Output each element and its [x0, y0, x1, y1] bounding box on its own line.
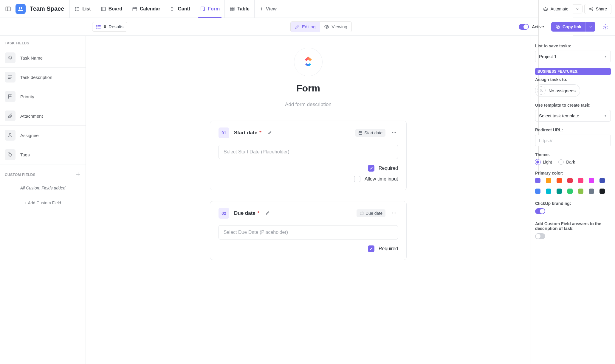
- svg-point-30: [392, 212, 393, 213]
- svg-point-23: [9, 133, 11, 135]
- paperclip-icon: [7, 113, 13, 119]
- list-save-select[interactable]: Project 1 ▼: [535, 51, 611, 62]
- description-icon: [7, 74, 13, 80]
- robot-icon: [543, 6, 548, 12]
- start-date-input[interactable]: [219, 145, 398, 159]
- required-checkbox[interactable]: [368, 245, 374, 252]
- field-title[interactable]: Due date *: [234, 210, 259, 216]
- template-value: Select task template: [539, 113, 579, 118]
- field-item-priority[interactable]: Priority: [0, 87, 86, 106]
- field-label: Assignee: [20, 133, 39, 138]
- required-checkbox[interactable]: [368, 165, 374, 172]
- view-tab-gantt[interactable]: Gantt: [165, 0, 195, 18]
- svg-point-28: [395, 132, 396, 133]
- theme-dark-option[interactable]: Dark: [558, 159, 575, 165]
- check-icon: [369, 166, 373, 170]
- color-swatch[interactable]: [599, 189, 605, 194]
- template-label: Use template to create task:: [535, 103, 611, 108]
- color-swatch[interactable]: [546, 178, 551, 183]
- color-swatch[interactable]: [578, 189, 583, 194]
- view-tab-label: Table: [237, 6, 250, 12]
- form-description-placeholder[interactable]: Add form description: [210, 102, 407, 108]
- form-settings-button[interactable]: [601, 22, 610, 32]
- view-tab-calendar[interactable]: Calendar: [127, 0, 165, 18]
- redirect-url-input[interactable]: [535, 135, 611, 146]
- eye-icon: [324, 24, 329, 29]
- copy-link-label: Copy link: [563, 24, 581, 29]
- svg-point-17: [97, 27, 97, 27]
- share-button[interactable]: Share: [584, 4, 611, 14]
- field-item-task-name[interactable]: Task Name: [0, 48, 86, 68]
- view-tab-label: Gantt: [178, 6, 190, 12]
- plus-icon: [259, 7, 264, 11]
- field-label: Attachment: [20, 113, 43, 119]
- color-swatch[interactable]: [589, 178, 594, 183]
- due-date-input[interactable]: [219, 225, 398, 239]
- field-title[interactable]: Start date *: [234, 130, 261, 136]
- edit-field-title-button[interactable]: [265, 211, 270, 216]
- edit-field-title-button[interactable]: [267, 130, 272, 136]
- form-field-card: 02 Due date * Due date: [210, 201, 407, 260]
- form-logo[interactable]: [294, 48, 323, 76]
- add-custom-field-plus[interactable]: [75, 172, 81, 178]
- list-icon: [96, 24, 101, 29]
- color-swatch[interactable]: [557, 189, 562, 194]
- field-menu-button[interactable]: [390, 129, 398, 137]
- add-custom-field-button[interactable]: + Add Custom Field: [0, 195, 86, 211]
- active-toggle[interactable]: [519, 24, 529, 30]
- copy-icon: [555, 24, 560, 29]
- add-view-button[interactable]: View: [254, 0, 281, 18]
- template-select[interactable]: Select task template ▼: [535, 110, 611, 122]
- people-icon: [18, 6, 24, 12]
- theme-label: Theme:: [535, 152, 611, 157]
- view-tab-label: List: [82, 6, 91, 12]
- board-icon: [101, 6, 106, 12]
- color-swatch[interactable]: [567, 189, 573, 194]
- results-chip[interactable]: 0 Results: [92, 22, 127, 32]
- list-save-value: Project 1: [539, 54, 557, 59]
- view-tab-list[interactable]: List: [69, 0, 95, 18]
- copy-link-dropdown[interactable]: [585, 22, 595, 32]
- field-item-assignee[interactable]: Assignee: [0, 126, 86, 145]
- editing-toggle[interactable]: Editing: [291, 22, 320, 32]
- gear-icon: [602, 24, 608, 30]
- svg-rect-10: [544, 8, 547, 10]
- color-swatch[interactable]: [567, 178, 573, 183]
- cfdesc-toggle[interactable]: [535, 233, 545, 239]
- svg-point-22: [605, 26, 606, 27]
- assign-tasks-select[interactable]: No assignees: [535, 84, 580, 97]
- form-title[interactable]: Form: [210, 83, 407, 94]
- branding-toggle[interactable]: [535, 208, 545, 214]
- color-swatch[interactable]: [589, 189, 594, 194]
- automate-dropdown-button[interactable]: [573, 4, 583, 13]
- automate-label: Automate: [551, 7, 568, 11]
- tag-icon: [7, 152, 13, 157]
- editing-label: Editing: [302, 24, 316, 29]
- theme-light-option[interactable]: Light: [535, 159, 552, 165]
- view-tab-form[interactable]: Form: [195, 0, 224, 18]
- svg-point-32: [395, 212, 396, 213]
- color-swatch[interactable]: [578, 178, 583, 183]
- field-item-attachment[interactable]: Attachment: [0, 106, 86, 126]
- field-item-tags[interactable]: Tags: [0, 145, 86, 164]
- custom-fields-header: CUSTOM FIELDS: [5, 173, 35, 177]
- view-tab-table[interactable]: Table: [224, 0, 254, 18]
- view-tab-board[interactable]: Board: [96, 0, 127, 18]
- color-swatch[interactable]: [535, 189, 540, 194]
- field-menu-button[interactable]: [390, 209, 398, 218]
- allow-time-checkbox[interactable]: [354, 176, 360, 182]
- color-swatch[interactable]: [599, 178, 605, 183]
- viewing-toggle[interactable]: Viewing: [320, 22, 351, 32]
- field-label: Tags: [20, 152, 30, 157]
- space-avatar: [16, 4, 26, 14]
- field-item-task-description[interactable]: Task description: [0, 68, 86, 87]
- field-number: 01: [219, 127, 229, 138]
- theme-dark-label: Dark: [566, 160, 575, 164]
- copy-link-button[interactable]: Copy link: [551, 22, 585, 32]
- color-swatch[interactable]: [557, 178, 562, 183]
- sidebar-toggle-icon: [5, 6, 11, 12]
- toggle-sidebar-button[interactable]: [4, 4, 13, 13]
- color-swatch[interactable]: [535, 178, 540, 183]
- pencil-icon: [295, 24, 300, 29]
- color-swatch[interactable]: [546, 189, 551, 194]
